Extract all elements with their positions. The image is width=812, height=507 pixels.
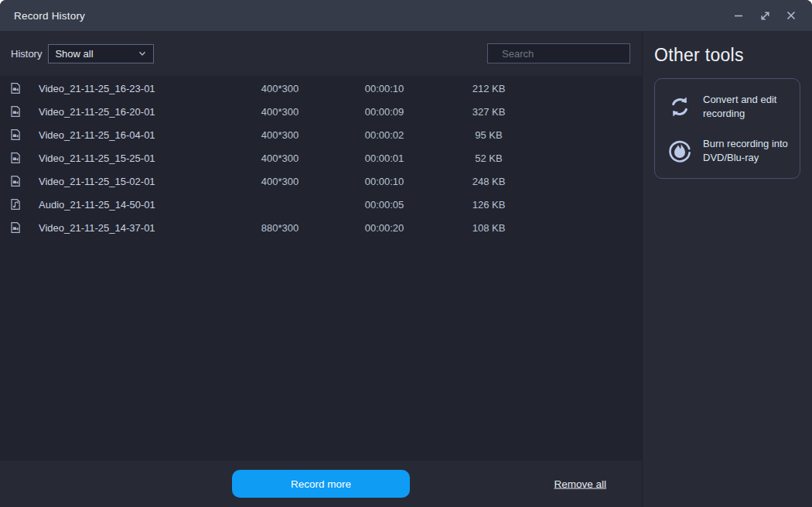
maximize-button[interactable] xyxy=(755,5,775,26)
file-type-icon-wrap xyxy=(9,82,39,94)
file-size: 52 KB xyxy=(442,152,535,164)
video-file-icon xyxy=(9,82,22,94)
record-history-window: Record History xyxy=(0,0,812,507)
file-resolution: 880*300 xyxy=(234,222,326,234)
filter-bar: History Show all xyxy=(0,31,642,76)
minimize-button[interactable] xyxy=(728,5,749,26)
maximize-icon xyxy=(759,10,771,22)
file-list: Video_21-11-25_16-23-01 400*300 00:00:10… xyxy=(0,76,642,461)
file-size: 327 KB xyxy=(442,106,535,118)
record-more-button[interactable]: Record more xyxy=(232,470,410,498)
other-tools-panel: Other tools Convert and edit recording xyxy=(642,31,812,507)
file-type-icon-wrap xyxy=(9,221,39,234)
other-tools-card: Convert and edit recording Burn recordin… xyxy=(654,78,800,179)
file-name: Video_21-11-25_16-04-01 xyxy=(39,129,234,141)
history-filter-value: Show all xyxy=(55,48,138,60)
chevron-down-icon xyxy=(138,49,147,58)
file-name: Video_21-11-25_15-25-01 xyxy=(39,152,234,164)
window-title: Record History xyxy=(14,10,85,22)
titlebar: Record History xyxy=(0,0,812,31)
file-type-icon-wrap xyxy=(9,128,39,141)
file-row[interactable]: Audio_21-11-25_14-50-01 00:00:05 126 KB xyxy=(0,193,642,216)
search-box xyxy=(487,43,630,63)
file-type-icon-wrap xyxy=(9,105,39,118)
close-icon xyxy=(786,10,797,21)
video-file-icon xyxy=(9,152,22,164)
file-size: 126 KB xyxy=(442,199,535,211)
window-controls xyxy=(728,5,801,26)
file-duration: 00:00:10 xyxy=(326,83,442,94)
file-duration: 00:00:09 xyxy=(326,106,442,118)
other-tools-title: Other tools xyxy=(654,45,800,66)
file-size: 212 KB xyxy=(442,83,535,94)
file-row[interactable]: Video_21-11-25_16-04-01 400*300 00:00:02… xyxy=(0,123,642,146)
file-duration: 00:00:10 xyxy=(326,176,442,187)
file-duration: 00:00:05 xyxy=(326,199,442,211)
file-duration: 00:00:01 xyxy=(326,152,442,164)
file-name: Video_21-11-25_16-23-01 xyxy=(39,83,234,94)
file-row[interactable]: Video_21-11-25_15-02-01 400*300 00:00:10… xyxy=(0,170,642,193)
file-name: Video_21-11-25_14-37-01 xyxy=(39,222,234,234)
convert-tool-label: Convert and edit recording xyxy=(703,93,790,120)
file-resolution: 400*300 xyxy=(234,176,326,187)
file-type-icon-wrap xyxy=(9,152,39,164)
convert-icon xyxy=(667,94,692,119)
video-file-icon xyxy=(9,105,22,118)
file-row[interactable]: Video_21-11-25_16-20-01 400*300 00:00:09… xyxy=(0,100,642,123)
history-filter-label: History xyxy=(11,48,42,60)
search-input[interactable] xyxy=(502,48,638,60)
video-file-icon xyxy=(9,128,22,141)
minimize-icon xyxy=(733,10,744,21)
audio-file-icon xyxy=(9,198,22,211)
bottom-bar: Record more Remove all xyxy=(0,461,642,507)
video-file-icon xyxy=(9,221,22,234)
file-size: 248 KB xyxy=(442,176,535,187)
burn-tool-label: Burn recording into DVD/Blu-ray xyxy=(703,137,790,164)
burn-icon xyxy=(667,139,692,163)
file-resolution: 400*300 xyxy=(234,129,326,141)
file-name: Audio_21-11-25_14-50-01 xyxy=(39,199,234,211)
file-type-icon-wrap xyxy=(9,175,39,187)
file-duration: 00:00:02 xyxy=(326,129,442,141)
file-row[interactable]: Video_21-11-25_15-25-01 400*300 00:00:01… xyxy=(0,146,642,170)
burn-tool-button[interactable]: Burn recording into DVD/Blu-ray xyxy=(667,137,790,164)
file-resolution: 400*300 xyxy=(234,152,326,164)
file-row[interactable]: Video_21-11-25_16-23-01 400*300 00:00:10… xyxy=(0,77,642,100)
remove-all-link[interactable]: Remove all xyxy=(554,478,606,490)
file-name: Video_21-11-25_16-20-01 xyxy=(39,106,234,118)
file-name: Video_21-11-25_15-02-01 xyxy=(39,176,234,187)
file-size: 108 KB xyxy=(442,222,535,234)
file-duration: 00:00:20 xyxy=(326,222,442,234)
close-button[interactable] xyxy=(781,5,801,26)
file-resolution: 400*300 xyxy=(234,83,326,94)
history-filter-dropdown[interactable]: Show all xyxy=(48,44,154,63)
history-pane: History Show all xyxy=(0,31,642,507)
video-file-icon xyxy=(9,175,22,187)
file-row[interactable]: Video_21-11-25_14-37-01 880*300 00:00:20… xyxy=(0,216,642,239)
file-resolution: 400*300 xyxy=(234,106,326,118)
file-type-icon-wrap xyxy=(9,198,39,211)
convert-tool-button[interactable]: Convert and edit recording xyxy=(667,93,790,120)
file-size: 95 KB xyxy=(442,129,535,141)
